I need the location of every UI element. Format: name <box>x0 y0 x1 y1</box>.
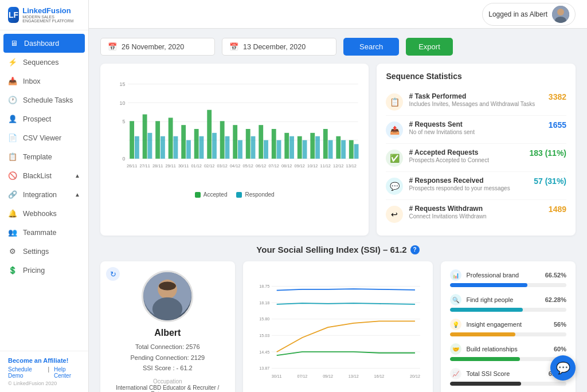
date-from-input[interactable]: 📅 26 November, 2020 <box>100 38 215 56</box>
insight-engagement-bar-label: Insight engagement <box>466 321 549 328</box>
svg-text:18.18: 18.18 <box>259 301 269 305</box>
accepted-requests-icon: ✅ <box>386 150 403 167</box>
schedule-icon: 🕐 <box>8 96 17 104</box>
svg-text:05/12: 05/12 <box>243 163 253 168</box>
total-ssi-fill <box>450 382 521 386</box>
sidebar-item-label: Teammate <box>23 229 56 237</box>
help-center-link[interactable]: Help Center <box>54 366 80 379</box>
accepted-requests-value: 183 (11%) <box>529 148 566 158</box>
user-logged-in-label: Logged in as Albert <box>488 10 547 18</box>
sidebar-item-prospect[interactable]: 👤 Prospect <box>0 109 88 128</box>
svg-text:02/12: 02/12 <box>204 163 214 168</box>
sidebar-item-schedule-tasks[interactable]: 🕐 Schedule Tasks <box>0 91 88 109</box>
csv-icon: 📄 <box>8 134 17 142</box>
svg-rect-38 <box>298 136 302 159</box>
sidebar-item-label: Pricing <box>23 266 45 275</box>
svg-rect-17 <box>161 136 165 159</box>
svg-text:27/11: 27/11 <box>139 163 150 168</box>
schedule-demo-link[interactable]: Schedule Demo <box>8 366 43 379</box>
find-right-people-bar-label: Find right people <box>466 296 540 303</box>
stat-responses-received: 💬 # Responses Received Prospects respond… <box>386 172 566 200</box>
svg-rect-26 <box>220 121 225 159</box>
build-relationships-bar-label: Build relationships <box>466 346 549 352</box>
sidebar-item-label: Template <box>23 153 52 161</box>
svg-text:30/11: 30/11 <box>271 374 281 379</box>
ssi-bar-professional-brand: 📊 Professional brand 66.52% <box>450 269 566 287</box>
sidebar-nav: 🖥 Dashboard ⚡ Sequences 📥 Inbox 🕐 Schedu… <box>0 30 88 351</box>
sidebar-item-csv-viewer[interactable]: 📄 CSV Viewer <box>0 128 88 147</box>
bar-chart-card: 15 10 5 0 <box>100 64 369 236</box>
svg-rect-16 <box>155 121 160 159</box>
total-ssi-track <box>450 382 566 386</box>
svg-point-1 <box>557 9 564 15</box>
sidebar-item-teammate[interactable]: 👥 Teammate <box>0 223 88 242</box>
svg-rect-21 <box>186 140 191 159</box>
svg-rect-28 <box>233 125 237 159</box>
requests-withdrawn-value: 1489 <box>549 205 566 214</box>
ssi-bar-build-relationships: 🤝 Build relationships 60% <box>450 343 566 361</box>
accepted-legend-dot <box>195 192 201 198</box>
sidebar-item-label: Integration <box>23 191 57 199</box>
svg-rect-47 <box>354 144 359 158</box>
sidebar-item-webhooks[interactable]: 🔔 Webhooks <box>0 204 88 223</box>
calendar-icon-2: 📅 <box>229 42 238 51</box>
export-button[interactable]: Export <box>406 38 453 56</box>
sidebar-item-label: BlackList <box>23 172 52 180</box>
responses-received-icon: 💬 <box>386 178 403 195</box>
ssi-bar-find-right-people: 🔍 Find right people 62.28% <box>450 294 566 312</box>
svg-text:29/11: 29/11 <box>165 163 175 168</box>
app-name: LinkedFusion <box>22 7 80 15</box>
sidebar-item-settings[interactable]: ⚙ Settings <box>0 242 88 261</box>
profile-name: Albert <box>154 328 181 338</box>
svg-rect-12 <box>130 121 134 159</box>
sidebar-item-sequences[interactable]: ⚡ Sequences <box>0 53 88 72</box>
svg-rect-23 <box>199 136 204 159</box>
svg-text:30/11: 30/11 <box>178 163 189 168</box>
svg-text:5: 5 <box>122 119 125 124</box>
svg-rect-27 <box>225 136 230 159</box>
svg-text:16/12: 16/12 <box>374 374 384 379</box>
refresh-button[interactable]: ↻ <box>106 267 120 281</box>
dashboard-icon: 🖥 <box>9 39 18 48</box>
svg-text:04/12: 04/12 <box>230 163 240 168</box>
stat-accepted-requests: ✅ # Accepted Requests Prospects Accepted… <box>386 144 566 172</box>
svg-point-70 <box>159 282 176 291</box>
legend-accepted: Accepted <box>195 191 228 198</box>
stats-title: Sequence Statistics <box>386 72 566 81</box>
sidebar-item-template[interactable]: 📋 Template <box>0 147 88 166</box>
affiliate-link[interactable]: Become an Affiliate! <box>8 357 80 364</box>
pricing-icon: 💲 <box>8 266 17 275</box>
prospect-icon: 👤 <box>8 115 17 123</box>
requests-withdrawn-icon: ↩ <box>386 206 403 223</box>
sidebar-footer: Become an Affiliate! Schedule Demo | Hel… <box>0 351 88 392</box>
svg-rect-34 <box>272 129 276 159</box>
svg-text:14.45: 14.45 <box>259 350 269 355</box>
sidebar: LF LinkedFusion MODERN SALES ENGAGEMENT … <box>0 0 89 392</box>
sidebar-item-inbox[interactable]: 📥 Inbox <box>0 72 88 91</box>
sidebar-item-pricing[interactable]: 💲 Pricing <box>0 261 88 280</box>
date-to-input[interactable]: 📅 13 December, 2020 <box>222 38 336 56</box>
ssi-line-chart: 18.75 18.18 15.80 15.03 14.45 13.87 <box>251 269 425 392</box>
svg-text:10: 10 <box>120 100 126 106</box>
svg-text:09/12: 09/12 <box>295 163 305 168</box>
sequences-icon: ⚡ <box>8 58 17 66</box>
insight-engagement-icon: 💡 <box>450 319 461 330</box>
svg-text:06/12: 06/12 <box>256 163 266 168</box>
ssi-bar-total: 📈 Total SSI Score 61.2% <box>450 368 566 386</box>
ssi-cards: ↻ Albert Total Connection: 2576 <box>100 261 576 392</box>
svg-rect-41 <box>315 136 320 159</box>
sidebar-item-blacklist[interactable]: 🚫 BlackList ▲ <box>0 166 88 185</box>
chart-legend: Accepted Responded <box>108 191 361 198</box>
ssi-question-icon[interactable]: ? <box>410 245 420 254</box>
search-button[interactable]: Search <box>343 38 399 56</box>
svg-rect-25 <box>212 133 217 159</box>
svg-rect-20 <box>181 125 186 159</box>
sidebar-item-dashboard[interactable]: 🖥 Dashboard <box>3 34 85 53</box>
content-area: 📅 26 November, 2020 📅 13 December, 2020 … <box>89 29 587 392</box>
find-right-people-track <box>450 308 566 312</box>
sidebar-item-integration[interactable]: 🔗 Integration ▲ <box>0 185 88 204</box>
chat-button[interactable]: 💬 <box>550 355 576 381</box>
stat-requests-withdrawn: ↩ # Requests Withdrawn Connect Invitatio… <box>386 200 566 228</box>
professional-brand-track <box>450 283 566 287</box>
svg-rect-13 <box>135 136 139 159</box>
